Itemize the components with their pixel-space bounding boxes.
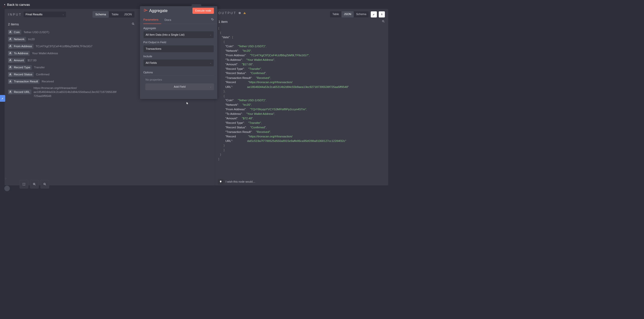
output-tab-table[interactable]: Table [330, 11, 341, 18]
schema-key: Amount [14, 59, 24, 62]
avatar[interactable] [4, 186, 10, 191]
node-parameters-panel: Aggregate Execute node Parameters Docs A… [140, 6, 217, 99]
schema-value: Transfer [34, 66, 45, 69]
input-source-dropdown[interactable]: Final Results ⌄ [23, 11, 66, 17]
aggregate-select[interactable]: All Item Data (Into a Single List)⌄ [143, 31, 214, 38]
chevron-down-icon: ⌄ [62, 13, 64, 16]
schema-key: Coin [14, 30, 20, 34]
schema-key: From Address [14, 45, 32, 48]
input-view-tabs: SchemaTableJSON [92, 11, 135, 18]
schema-key: To Address [14, 52, 28, 55]
svg-line-1 [134, 24, 134, 25]
output-tab-json[interactable]: JSON [341, 11, 354, 18]
schema-key: Record Status [14, 73, 32, 76]
input-source-value: Final Results [26, 13, 43, 16]
output-json-view[interactable]: [ { "data": [ { "Coin": "Tether USD (USD… [218, 26, 385, 161]
svg-line-14 [35, 185, 35, 185]
schema-value: https://tronscan.org/#/transaction/ ae18… [33, 86, 116, 98]
chevron-down-icon: ⌄ [210, 34, 212, 36]
include-label: Include [143, 55, 214, 58]
type-badge: A [8, 65, 12, 70]
svg-rect-5 [245, 13, 245, 14]
schema-value: Tether USD (USDT) [23, 30, 49, 34]
svg-line-7 [384, 22, 384, 22]
info-icon[interactable]: i [238, 12, 241, 15]
input-tab-table[interactable]: Table [109, 11, 121, 18]
schema-row[interactable]: ARecord URLhttps://tronscan.org/#/transa… [8, 86, 135, 98]
schema-value: Received [42, 80, 54, 83]
schema-value: $17.00 [27, 59, 36, 62]
warning-icon[interactable] [243, 12, 246, 15]
node-title: Aggregate [149, 8, 191, 13]
aggregate-icon [143, 8, 147, 13]
schema-value: Your Wallet Address [32, 52, 58, 55]
output-tab-schema[interactable]: Schema [354, 11, 369, 18]
type-badge: A [8, 58, 12, 63]
input-items-count: 2 items [8, 22, 19, 26]
gear-icon[interactable] [211, 18, 214, 22]
schema-key: Record URL [14, 90, 30, 94]
schema-key: Record Type [14, 66, 30, 69]
aggregate-label: Aggregate [143, 27, 214, 30]
type-badge: A [8, 51, 12, 56]
schema-key: Transaction Result [14, 80, 38, 83]
put-output-field[interactable]: Transactions [143, 45, 214, 52]
no-properties-text: No properties [145, 78, 214, 81]
type-badge: A [8, 30, 12, 34]
canvas-zoom-controls [20, 180, 49, 188]
type-badge: A [8, 90, 12, 94]
output-view-tabs: TableJSONSchema [330, 11, 369, 18]
chevron-down-icon: ⌄ [210, 62, 212, 64]
schema-row[interactable]: AAmount$17.00 [8, 58, 135, 63]
lightbulb-icon [218, 179, 223, 184]
input-tab-schema[interactable]: Schema [93, 11, 109, 18]
schema-row[interactable]: ACoinTether USD (USDT) [8, 30, 135, 35]
include-select[interactable]: All Fields⌄ [143, 59, 214, 67]
options-heading: Options [143, 71, 214, 76]
search-icon[interactable] [382, 20, 385, 24]
decorative-dots: ⋮⋮ [2, 6, 6, 8]
zoom-in-button[interactable] [30, 180, 39, 188]
output-heading: OUTPUT [218, 11, 236, 15]
type-badge: A [8, 37, 12, 41]
fit-view-button[interactable] [20, 180, 28, 188]
svg-rect-4 [245, 13, 245, 13]
input-pane: INPUT Final Results ⌄ SchemaTableJSON 2 … [5, 9, 138, 185]
pin-output-button[interactable] [379, 11, 385, 17]
input-schema-list: ACoinTether USD (USDT)ANetworktrc20AFrom… [8, 30, 135, 98]
execute-node-button[interactable]: Execute node [192, 8, 214, 14]
cursor-icon [186, 102, 189, 105]
schema-key: Network [14, 37, 25, 41]
schema-row[interactable]: ARecord StatusConfirmed [8, 72, 135, 77]
output-pane: OUTPUT i TableJSONSchema 1 item [215, 9, 388, 185]
schema-value: TCz47XgC9TjCeF4UzfB6qZbM9LTF9s1tG7 [36, 45, 93, 48]
type-badge: A [8, 44, 12, 48]
back-label: Back to canvas [7, 3, 30, 7]
tab-parameters[interactable]: Parameters [143, 16, 161, 24]
schema-row[interactable]: ATo AddressYour Wallet Address [8, 51, 135, 56]
schema-row[interactable]: ANetworktrc20 [8, 37, 135, 42]
zoom-out-button[interactable] [41, 180, 49, 188]
schema-row[interactable]: AFrom AddressTCz47XgC9TjCeF4UzfB6qZbM9LT… [8, 44, 135, 49]
schema-row[interactable]: ATransaction ResultReceived [8, 79, 135, 84]
type-badge: A [8, 79, 12, 84]
svg-line-18 [45, 185, 46, 185]
chevron-down-icon: ⌄ [210, 86, 212, 88]
help-icon[interactable]: ? [5, 177, 6, 181]
svg-point-0 [132, 23, 134, 24]
input-heading: INPUT [8, 13, 22, 16]
side-handle[interactable] [0, 95, 5, 102]
add-field-button[interactable]: Add Field⌄ [145, 83, 214, 90]
tab-docs[interactable]: Docs [165, 16, 174, 24]
wish-text: I wish this node would… [226, 180, 255, 183]
svg-point-6 [382, 20, 384, 22]
svg-point-12 [147, 10, 147, 11]
feedback-bar[interactable]: I wish this node would… [218, 179, 255, 184]
input-tab-json[interactable]: JSON [121, 11, 135, 18]
put-output-label: Put Output in Field [143, 41, 214, 44]
schema-row[interactable]: ARecord TypeTransfer [8, 65, 135, 70]
edit-output-button[interactable] [371, 11, 377, 17]
search-icon[interactable] [132, 22, 135, 26]
svg-text:i: i [239, 12, 240, 14]
schema-value: trc20 [28, 37, 35, 41]
